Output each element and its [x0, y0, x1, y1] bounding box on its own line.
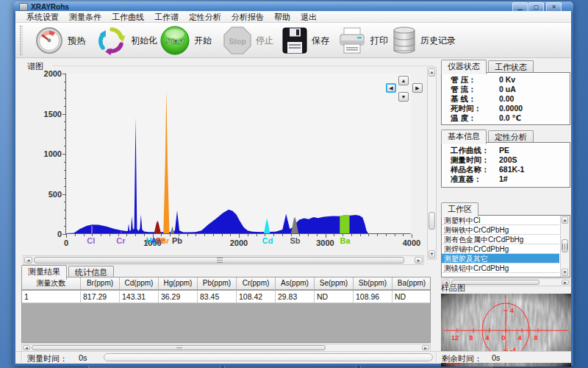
- x-tick: [368, 234, 369, 236]
- y-tick: [64, 202, 66, 202]
- scroll-left-icon[interactable]: ◂: [24, 257, 32, 263]
- series-ba-band: [340, 215, 349, 233]
- x-tick: [239, 234, 240, 238]
- svg-text:12: 12: [451, 334, 459, 342]
- x-tick: [66, 234, 67, 238]
- scroll-up-icon[interactable]: ▴: [562, 216, 568, 224]
- table-hscroll-thumb[interactable]: [32, 345, 326, 350]
- y-tick: [62, 114, 66, 115]
- y-tick: [64, 226, 66, 227]
- info-field-label: 样品名称：: [451, 165, 493, 175]
- svg-text:4: 4: [510, 307, 514, 314]
- toolbar-grip[interactable]: [20, 26, 23, 55]
- y-tick: [64, 178, 66, 179]
- tab-results-0[interactable]: 测量结果: [21, 265, 67, 280]
- menu-item-2[interactable]: 工作曲线: [107, 11, 149, 24]
- x-tick: [204, 234, 205, 236]
- scroll-down-icon[interactable]: ▾: [429, 250, 435, 258]
- preheat-label: 预热: [68, 35, 85, 47]
- y-tick: [64, 90, 66, 91]
- series-br-peak: [163, 90, 169, 233]
- print-button[interactable]: 打印: [337, 25, 388, 56]
- pan-left-button[interactable]: ◀: [386, 83, 396, 93]
- menu-item-0[interactable]: 系统设置: [21, 11, 64, 24]
- scroll-left-icon[interactable]: ◂: [23, 345, 30, 350]
- element-label-pb: Pb: [172, 236, 182, 245]
- pan-right-button[interactable]: ▶: [412, 83, 423, 93]
- column-header: Pb(ppm): [198, 277, 237, 290]
- pan-down-button[interactable]: ▼: [398, 92, 409, 102]
- svg-text:8: 8: [469, 334, 473, 342]
- x-tick: [110, 234, 110, 236]
- x-tick: [213, 234, 214, 236]
- table-cell: 36.29: [159, 291, 198, 303]
- instrument-field-value: 0.00: [493, 94, 514, 103]
- menu-item-6[interactable]: 帮助: [269, 11, 295, 24]
- info-field-row: 样品名称：681K-1: [442, 164, 570, 174]
- info-field-value: PE: [493, 146, 509, 155]
- menu-item-7[interactable]: 退出: [295, 11, 322, 24]
- app-icon: [19, 3, 28, 11]
- print-label: 打印: [370, 35, 388, 47]
- work-area-vscrollbar[interactable]: ▴ ▾: [560, 216, 570, 277]
- x-tick: [395, 234, 395, 236]
- menu-item-5[interactable]: 分析报告: [226, 11, 269, 24]
- scroll-up-icon[interactable]: ▴: [429, 68, 435, 77]
- scroll-down-icon[interactable]: ▾: [562, 269, 568, 276]
- table-cell: ND: [315, 291, 354, 303]
- menu-item-4[interactable]: 定性分析: [184, 11, 226, 24]
- work-area-vscroll-thumb[interactable]: [562, 239, 568, 252]
- x-tick-label: 4000: [397, 238, 426, 247]
- start-button[interactable]: Start 开始: [159, 25, 212, 56]
- stop-icon: Stop: [223, 26, 252, 55]
- work-area-tab-label[interactable]: 工作区: [441, 202, 478, 217]
- tab-info-0[interactable]: 基本信息: [441, 130, 487, 144]
- y-tick: [64, 138, 66, 138]
- desktop-background: XRAYRohs ▁ ▢ ✕ 系统设置测量条件工作曲线工作谱定性分析分析报告帮助…: [0, 0, 588, 368]
- save-label: 保存: [312, 35, 329, 47]
- history-button[interactable]: 历史记录: [392, 25, 456, 56]
- table-cell: 817.29: [81, 291, 120, 303]
- preheat-button[interactable]: 预热: [35, 25, 85, 56]
- menu-item-3[interactable]: 工作谱: [149, 11, 184, 24]
- y-tick: [62, 194, 66, 195]
- work-area-tab[interactable]: 工作区: [441, 202, 480, 217]
- remain-time-label: 剩余时间：: [442, 353, 482, 364]
- scroll-right-icon[interactable]: ▸: [415, 257, 423, 263]
- list-item[interactable]: 测镁铝中CrCdPbHg: [442, 263, 559, 273]
- initialize-label: 初始化: [131, 35, 157, 47]
- table-header-row: 测量次数Br(ppm)Cd(ppm)Hg(ppm)Pb(ppm)Cr(ppm)A…: [22, 277, 430, 291]
- x-tick-label: 2000: [224, 238, 254, 247]
- save-button[interactable]: 保存: [282, 25, 329, 56]
- stop-label: 停止: [256, 35, 273, 47]
- info-field-value: 681K-1: [493, 165, 524, 174]
- column-header: Cr(ppm): [237, 277, 276, 290]
- x-tick: [101, 234, 101, 236]
- tab-instrument-0[interactable]: 仪器状态: [441, 60, 487, 74]
- instrument-field-value: 0.0000: [493, 104, 523, 113]
- pan-up-button[interactable]: ▲: [398, 76, 409, 85]
- x-tick: [326, 234, 326, 238]
- y-tick: [64, 130, 66, 130]
- chart-hscrollbar[interactable]: ◂ ▸: [23, 255, 424, 265]
- list-item[interactable]: 测钢铁中CrCdPbHg: [442, 225, 559, 235]
- chart-vscroll-thumb[interactable]: [429, 212, 435, 230]
- spectrum-plot[interactable]: 050010001500200001000200030004000ClCrHgA…: [65, 74, 411, 234]
- list-item[interactable]: 测塑胶及其它: [442, 254, 559, 263]
- x-tick: [187, 234, 188, 236]
- table-row[interactable]: 1817.29143.3136.2983.45108.4229.83ND108.…: [22, 291, 430, 304]
- x-tick: [248, 234, 248, 236]
- instrument-field-row: 管 流：0 uA: [442, 84, 570, 93]
- stop-button[interactable]: Stop 停止: [223, 25, 273, 56]
- list-item[interactable]: 测焊锡中CrCdPbHg: [442, 244, 559, 254]
- scroll-right-icon[interactable]: ▸: [562, 280, 569, 285]
- menu-item-1[interactable]: 测量条件: [64, 11, 107, 24]
- initialize-button[interactable]: 初始化: [96, 25, 157, 56]
- scroll-right-icon[interactable]: ▸: [422, 345, 429, 350]
- list-item[interactable]: 测有色金属中CrCdPbHg: [442, 235, 559, 244]
- info-field-label: 工作曲线：: [451, 146, 493, 156]
- chart-hscroll-thumb[interactable]: [34, 257, 404, 263]
- instrument-field-label: 死时间：: [451, 104, 493, 114]
- measure-time-value: 0s: [79, 353, 87, 362]
- chart-vscrollbar[interactable]: ▴ ▾: [427, 67, 437, 260]
